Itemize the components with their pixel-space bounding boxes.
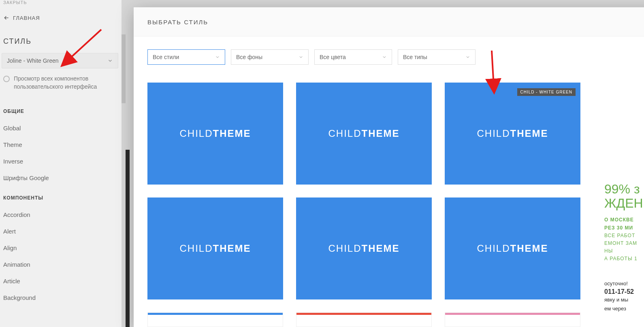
theme-badge: CHILD - WHITE GREEN (517, 88, 576, 96)
theme-grid: CHILDTHEME CHILDTHEME CHILD - WHITE GREE… (147, 83, 644, 327)
modal-title: ВЫБРАТЬ СТИЛЬ (147, 19, 644, 25)
scrollbar[interactable] (122, 34, 126, 103)
card-topline (445, 313, 580, 315)
headline: 99% з (604, 138, 644, 196)
side-item-background[interactable]: Background (0, 289, 122, 306)
filter-types[interactable]: Все типы (398, 49, 476, 65)
filter-label: Все цвета (320, 54, 346, 60)
feature-line: А РАБОТЫ 1 (604, 255, 644, 263)
info-line: осуточно! (604, 279, 644, 288)
modal-body[interactable]: Все стили Все фоны Все цвета Все типы (134, 36, 644, 327)
style-select[interactable]: Joline - White Green (2, 53, 118, 68)
preview-toggle-label: Просмотр всех компонентов пользовательск… (14, 75, 117, 91)
side-item-align[interactable]: Align (0, 240, 122, 256)
filter-styles[interactable]: Все стили (147, 49, 225, 65)
arrow-left-icon (3, 15, 10, 21)
theme-card-title: CHILDTHEME (328, 243, 399, 254)
side-item-inverse[interactable]: Inverse (0, 153, 122, 170)
theme-card[interactable] (296, 312, 432, 327)
filter-backgrounds[interactable]: Все фоны (231, 49, 309, 65)
main-background: ВЫБРАТЬ СТИЛЬ Все стили Все фоны Все цве… (122, 0, 644, 327)
card-topline (148, 313, 283, 315)
filter-colors[interactable]: Все цвета (314, 49, 392, 65)
feature-line: РЕЗ 30 МИ (604, 224, 644, 232)
chevron-down-icon (107, 58, 113, 64)
feature-line: ВСЕ РАБОТ (604, 232, 644, 240)
card-topline (296, 313, 431, 315)
theme-card[interactable]: CHILDTHEME (296, 197, 432, 299)
theme-card-title: CHILDTHEME (179, 243, 251, 254)
feature-line: ЕМОНТ ЗАМ (604, 240, 644, 247)
feature-line: О МОСКВЕ (604, 216, 644, 224)
theme-card[interactable]: CHILDTHEME (445, 197, 580, 299)
filters-row: Все стили Все фоны Все цвета Все типы (147, 49, 644, 65)
filter-label: Все фоны (236, 54, 262, 60)
chevron-down-icon (299, 55, 303, 59)
background-page-clip: 99% з ЖДЕН О МОСКВЕ РЕЗ 30 МИ ВСЕ РАБОТ … (603, 138, 644, 327)
side-item-article[interactable]: Article (0, 273, 122, 289)
section-header-components: КОМПОНЕНТЫ (0, 186, 122, 206)
theme-card[interactable]: CHILDTHEME (296, 83, 432, 185)
filter-label: Все типы (403, 54, 427, 60)
theme-card[interactable] (147, 312, 283, 327)
phone-number: 011-17-52 (604, 288, 644, 295)
radio-icon (3, 76, 10, 82)
dark-strip (126, 150, 130, 327)
theme-card[interactable]: CHILDTHEME (147, 83, 283, 185)
close-button[interactable]: ЗАКРЫТЬ (0, 0, 122, 8)
theme-card-title: CHILDTHEME (477, 243, 548, 254)
chevron-down-icon (215, 55, 220, 59)
side-item-global[interactable]: Global (0, 120, 122, 136)
sidebar: ЗАКРЫТЬ ГЛАВНАЯ СТИЛЬ Joline - White Gre… (0, 0, 122, 327)
chevron-down-icon (465, 55, 470, 59)
info-line: ем через (604, 304, 644, 313)
style-modal: ВЫБРАТЬ СТИЛЬ Все стили Все фоны Все цве… (134, 7, 644, 327)
info-line: явку и мы (604, 295, 644, 304)
section-header-general: ОБЩИЕ (0, 100, 122, 120)
side-item-alert[interactable]: Alert (0, 223, 122, 240)
style-select-value: Joline - White Green (7, 57, 59, 64)
side-item-accordion[interactable]: Accordion (0, 206, 122, 223)
back-button[interactable]: ГЛАВНАЯ (0, 8, 122, 29)
theme-card-title: CHILDTHEME (477, 128, 548, 139)
side-item-animation[interactable]: Animation (0, 256, 122, 273)
modal-header: ВЫБРАТЬ СТИЛЬ (134, 7, 644, 36)
headline: ЖДЕН (604, 196, 644, 210)
theme-card[interactable] (445, 312, 580, 327)
sidebar-title: СТИЛЬ (0, 29, 122, 53)
preview-toggle[interactable]: Просмотр всех компонентов пользовательск… (0, 75, 122, 100)
filter-label: Все стили (153, 54, 179, 60)
theme-card[interactable]: CHILD - WHITE GREEN CHILDTHEME (445, 83, 580, 185)
chevron-down-icon (382, 55, 387, 59)
side-item-google-fonts[interactable]: Шрифты Google (0, 170, 122, 186)
theme-card-title: CHILDTHEME (328, 128, 399, 139)
feature-line: НЫ (604, 247, 644, 255)
theme-card[interactable]: CHILDTHEME (147, 197, 283, 299)
side-item-theme[interactable]: Theme (0, 136, 122, 153)
theme-card-title: CHILDTHEME (179, 128, 251, 139)
back-label: ГЛАВНАЯ (13, 15, 40, 21)
